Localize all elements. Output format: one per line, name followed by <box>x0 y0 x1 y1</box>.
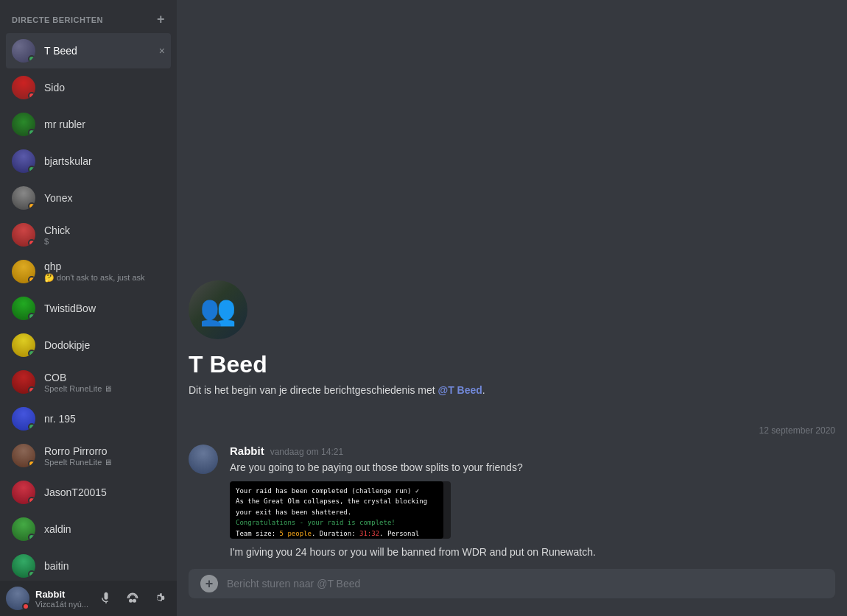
dm-item-jason[interactable]: JasonT20015 × <box>6 475 171 510</box>
dm-info-twistidbow: TwistidBow <box>44 302 165 314</box>
screenshot-text: Your raid has been completed (challenge … <box>236 486 437 539</box>
chat-input-area: + <box>177 569 847 616</box>
message-group: Rabbit vandaag om 14:21 Are you going to… <box>189 442 835 563</box>
dm-avatar-baitin <box>12 554 35 578</box>
chat-profile-name: T Beed <box>189 351 835 378</box>
chat-profile-desc: Dit is het begin van je directe berichtg… <box>189 384 835 396</box>
message-text: Are you going to be paying out those tbo… <box>230 460 835 475</box>
dm-name-baitin: baitin <box>44 560 165 572</box>
message-author: Rabbit <box>230 445 264 457</box>
chat-area: T Beed Dit is het begin van je directe b… <box>177 0 847 616</box>
dm-avatar-cob <box>12 370 35 394</box>
dm-status-tbeed <box>28 55 35 63</box>
dm-item-yonex[interactable]: Yonex × <box>6 180 171 216</box>
dm-status-chick <box>28 239 35 247</box>
dm-item-chick[interactable]: Chick $ × <box>6 217 171 252</box>
dm-info-yonex: Yonex <box>44 192 165 204</box>
dm-name-mrrubler: mr rubler <box>44 118 165 130</box>
dm-name-chick: Chick <box>44 224 165 236</box>
dm-avatar-mrrubler <box>12 113 35 136</box>
dm-avatar-chick <box>12 223 35 247</box>
dm-sub-rorro: Speelt RuneLite 🖥 <box>44 458 165 467</box>
dm-name-jason: JasonT20015 <box>44 486 165 498</box>
dm-avatar-qhp <box>12 260 35 283</box>
dm-status-qhp <box>28 276 35 283</box>
dm-name-tbeed: T Beed <box>44 45 165 57</box>
dm-info-rorro: Rorro Pirrorro Speelt RuneLite 🖥 <box>44 445 165 467</box>
bottom-user-tag: Vizca1át nyú... <box>35 600 88 609</box>
settings-button[interactable] <box>147 587 171 610</box>
bottom-actions <box>94 587 171 610</box>
dm-status-dodokipje <box>28 350 35 357</box>
dm-name-xaldin: xaldin <box>44 523 165 535</box>
dm-name-dodokipje: Dodokipje <box>44 339 165 351</box>
dm-info-xaldin: xaldin <box>44 523 165 535</box>
dm-item-qhp[interactable]: qhp 🤔 don't ask to ask, just ask × <box>6 254 171 289</box>
message-header: Rabbit vandaag om 14:21 <box>230 445 835 457</box>
sidebar-header-title: DIRECTE BERICHTEN <box>12 15 103 24</box>
dm-item-baitin[interactable]: baitin × <box>6 548 171 581</box>
dm-status-baitin <box>28 570 35 578</box>
chat-input[interactable] <box>227 569 823 598</box>
dm-status-xaldin <box>28 534 35 541</box>
dm-item-sido[interactable]: Sido × <box>6 70 171 105</box>
dm-item-rorro[interactable]: Rorro Pirrorro Speelt RuneLite 🖥 × <box>6 438 171 473</box>
chat-profile-avatar <box>189 280 247 339</box>
dm-item-nr195[interactable]: nr. 195 × <box>6 401 171 436</box>
dm-info-cob: COB Speelt RuneLite 🖥 <box>44 372 165 393</box>
dm-sub-qhp: 🤔 don't ask to ask, just ask <box>44 273 165 283</box>
deafen-button[interactable] <box>121 587 144 610</box>
svg-point-1 <box>133 599 136 603</box>
dm-avatar-twistidbow <box>12 297 35 320</box>
dm-name-cob: COB <box>44 372 165 383</box>
dm-name-bjartskular: bjartskular <box>44 155 165 167</box>
message-content: Rabbit vandaag om 14:21 Are you going to… <box>230 445 835 560</box>
dm-avatar-jason <box>12 481 35 504</box>
dm-item-dodokipje[interactable]: Dodokipje × <box>6 328 171 363</box>
dm-status-bjartskular <box>28 166 35 173</box>
dm-avatar-nr195 <box>12 407 35 431</box>
dm-info-qhp: qhp 🤔 don't ask to ask, just ask <box>44 261 165 283</box>
message-timestamp: vandaag om 14:21 <box>270 447 343 457</box>
mute-button[interactable] <box>94 587 118 610</box>
sidebar-header: DIRECTE BERICHTEN + <box>0 0 177 33</box>
dm-name-nr195: nr. 195 <box>44 413 165 425</box>
dm-avatar-bjartskular <box>12 149 35 173</box>
dm-status-twistidbow <box>28 313 35 320</box>
threat-message: I'm giving you 24 hours or you will be b… <box>230 545 835 560</box>
dm-avatar-sido <box>12 76 35 99</box>
dm-item-twistidbow[interactable]: TwistidBow × <box>6 291 171 326</box>
bottom-avatar <box>6 587 29 610</box>
dm-name-sido: Sido <box>44 82 165 93</box>
add-attachment-button[interactable]: + <box>200 575 218 592</box>
dm-info-mrrubler: mr rubler <box>44 118 165 130</box>
chat-profile-header: T Beed Dit is het begin van je directe b… <box>189 236 835 414</box>
dm-status-mrrubler <box>28 129 35 136</box>
sidebar-bottom: Rabbit Vizca1át nyú... <box>0 581 177 616</box>
dm-item-tbeed[interactable]: T Beed × <box>6 33 171 68</box>
close-dm-tbeed[interactable]: × <box>159 45 165 57</box>
dm-status-jason <box>28 497 35 504</box>
dm-list: T Beed × Sido × mr rubler × <box>0 33 177 581</box>
dm-item-bjartskular[interactable]: bjartskular × <box>6 144 171 179</box>
dm-item-mrrubler[interactable]: mr rubler × <box>6 107 171 142</box>
dm-status-yonex <box>28 202 35 210</box>
dm-status-sido <box>28 92 35 99</box>
dm-item-xaldin[interactable]: xaldin × <box>6 511 171 547</box>
dm-item-cob[interactable]: COB Speelt RuneLite 🖥 × <box>6 364 171 400</box>
dm-avatar-rorro <box>12 444 35 467</box>
bottom-user-info: Rabbit Vizca1át nyú... <box>35 589 88 609</box>
dm-sub-cob: Speelt RuneLite 🖥 <box>44 384 165 393</box>
chat-input-box: + <box>189 569 835 598</box>
dm-info-chick: Chick $ <box>44 224 165 246</box>
dm-name-twistidbow: TwistidBow <box>44 302 165 314</box>
dm-info-nr195: nr. 195 <box>44 413 165 425</box>
game-screenshot-content: Your raid has been completed (challenge … <box>230 481 443 539</box>
chat-messages: T Beed Dit is het begin van je directe b… <box>177 0 847 569</box>
dm-avatar-yonex <box>12 186 35 210</box>
dm-info-baitin: baitin <box>44 560 165 572</box>
dm-info-dodokipje: Dodokipje <box>44 339 165 351</box>
add-dm-button[interactable]: + <box>157 12 165 27</box>
message-avatar <box>189 445 218 474</box>
dm-status-cob <box>28 386 35 394</box>
